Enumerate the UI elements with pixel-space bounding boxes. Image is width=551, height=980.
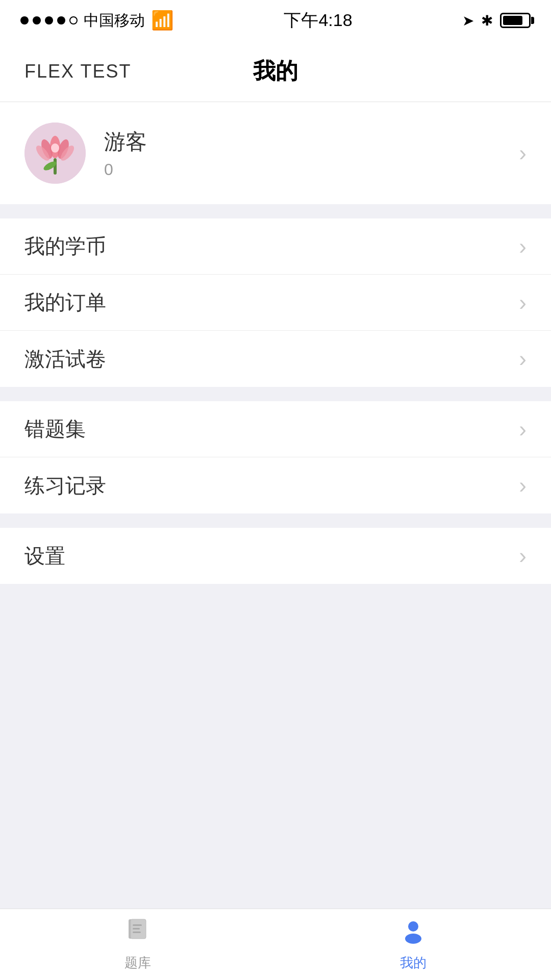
chevron-cuoti: › [519,416,527,442]
menu-label-lianxi: 练习记录 [24,472,106,500]
profile-row[interactable]: 游客 0 › [0,102,551,204]
status-right: ➤ ✱ [462,12,531,29]
menu-item-shezhi[interactable]: 设置 › [0,528,551,584]
status-bar: 中国移动 📶 下午4:18 ➤ ✱ [0,0,551,41]
menu-item-xuebi[interactable]: 我的学币 › [0,218,551,275]
battery-fill [503,16,522,25]
tiku-label: 题库 [124,954,151,972]
tiku-icon [124,917,151,950]
menu-item-dingdan[interactable]: 我的订单 › [0,275,551,331]
dot-5 [69,16,78,24]
tab-bar: 题库 我的 [0,909,551,980]
menu-label-shezhi: 设置 [24,542,65,570]
status-left: 中国移动 📶 [20,10,174,31]
dot-4 [57,16,65,24]
menu-group-2: 错题集 › 练习记录 › [0,401,551,513]
profile-section: 游客 0 › [0,102,551,204]
profile-info: 游客 0 [104,128,519,179]
menu-label-dingdan: 我的订单 [24,288,106,316]
nav-title: 我的 [253,56,298,86]
chevron-xuebi: › [519,234,527,259]
status-time: 下午4:18 [284,9,352,32]
menu-item-jihuo[interactable]: 激活试卷 › [0,331,551,387]
chevron-shezhi: › [519,543,527,569]
section-gap-2 [0,387,551,401]
tab-tiku[interactable]: 题库 [0,909,276,980]
menu-group-1: 我的学币 › 我的订单 › 激活试卷 › [0,218,551,387]
dot-1 [20,16,29,24]
bg-fill [0,598,551,700]
chevron-dingdan: › [519,290,527,315]
menu-label-xuebi: 我的学币 [24,232,106,260]
profile-chevron: › [519,140,527,166]
dot-2 [33,16,41,24]
section-gap-4 [0,584,551,598]
svg-rect-12 [133,928,140,929]
section-gap-3 [0,513,551,528]
menu-item-cuoti[interactable]: 错题集 › [0,401,551,457]
chevron-lianxi: › [519,473,527,498]
signal-dots [20,16,78,24]
battery-icon [500,13,531,28]
carrier-label: 中国移动 [84,10,145,31]
svg-point-15 [405,934,421,944]
dot-3 [45,16,53,24]
nav-bar: FLEX TEST 我的 [0,41,551,102]
svg-point-14 [408,921,418,932]
menu-item-lianxi[interactable]: 练习记录 › [0,457,551,513]
profile-score: 0 [104,160,519,179]
menu-group-3: 设置 › [0,528,551,584]
avatar [24,122,86,184]
tab-wode[interactable]: 我的 [276,909,551,980]
svg-rect-13 [133,932,141,933]
svg-point-8 [51,143,59,153]
section-gap-1 [0,204,551,218]
menu-label-jihuo: 激活试卷 [24,345,106,373]
profile-name: 游客 [104,128,519,156]
svg-rect-11 [133,924,142,926]
nav-left-label: FLEX TEST [24,61,131,82]
wode-label: 我的 [400,954,427,972]
menu-label-cuoti: 错题集 [24,415,86,443]
wode-icon [400,917,427,950]
location-icon: ➤ [462,12,474,29]
content-area: 游客 0 › 我的学币 › 我的订单 › 激活试卷 › 错题集 › 练习记录 [0,102,551,980]
chevron-jihuo: › [519,346,527,372]
wifi-icon: 📶 [151,10,174,31]
bluetooth-icon: ✱ [481,12,493,29]
